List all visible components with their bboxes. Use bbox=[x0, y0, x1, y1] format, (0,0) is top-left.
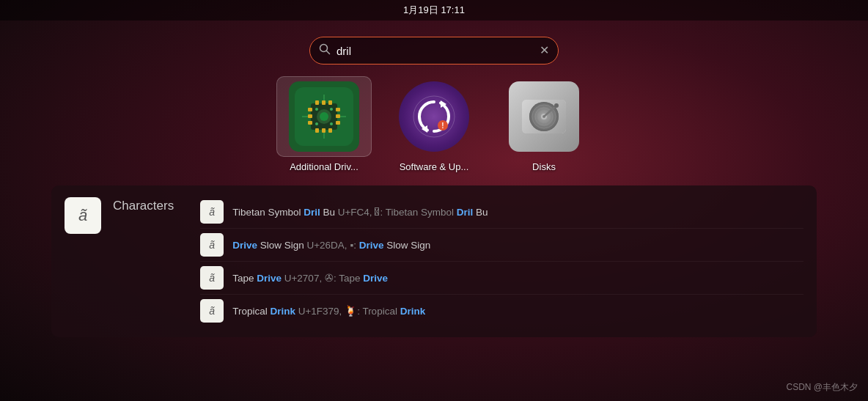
char-result-text-tropical-drink: Tropical Drink U+1F379, 🍹: Tropical Drin… bbox=[232, 305, 425, 317]
app-label-software-updates: Software & Up... bbox=[400, 161, 469, 172]
datetime-label: 1月19日 17:11 bbox=[403, 4, 465, 17]
svg-rect-13 bbox=[328, 128, 332, 133]
app-label-additional-drivers: Additional Driv... bbox=[290, 161, 358, 172]
app-item-disks[interactable]: Disks bbox=[496, 76, 592, 172]
char-preview-tape-drive: ã bbox=[200, 266, 224, 290]
software-updates-icon: ! bbox=[399, 81, 469, 152]
char-result-row-tape-drive[interactable]: ã Tape Drive U+2707, ✇: Tape Drive bbox=[200, 262, 803, 295]
disks-icon bbox=[509, 81, 579, 152]
app-item-additional-drivers[interactable]: Additional Driv... bbox=[276, 76, 372, 172]
char-result-row-drive-slow[interactable]: ã Drive Slow Sign U+26DA, ▪: Drive Slow … bbox=[200, 229, 803, 262]
watermark: CSDN @丰色木夕 bbox=[786, 381, 858, 394]
svg-rect-19 bbox=[336, 121, 340, 125]
characters-header: ã Characters ã Tibetan Symbol Dril Bu U+… bbox=[65, 196, 803, 327]
top-bar: 1月19日 17:11 bbox=[0, 0, 868, 21]
search-icon bbox=[319, 43, 331, 58]
char-preview-tropical-drink: ã bbox=[200, 299, 224, 323]
char-result-text-tape-drive: Tape Drive U+2707, ✇: Tape Drive bbox=[232, 272, 388, 284]
svg-rect-12 bbox=[322, 128, 326, 133]
svg-line-1 bbox=[327, 51, 330, 54]
svg-rect-8 bbox=[315, 100, 319, 105]
svg-rect-18 bbox=[336, 114, 340, 118]
svg-rect-14 bbox=[308, 108, 312, 111]
char-result-text-tibetan: Tibetan Symbol Dril Bu U+FC4, 〿: Tibetan… bbox=[232, 207, 488, 218]
characters-app-icon: ã bbox=[65, 197, 101, 234]
app-item-software-updates[interactable]: ! Software & Up... bbox=[386, 76, 482, 172]
svg-text:!: ! bbox=[441, 122, 444, 130]
characters-section: ã Characters ã Tibetan Symbol Dril Bu U+… bbox=[51, 185, 817, 337]
search-box: ✕ bbox=[309, 37, 559, 65]
app-icon-wrapper-software-updates: ! bbox=[386, 76, 482, 157]
char-result-row-tropical-drink[interactable]: ã Tropical Drink U+1F379, 🍹: Tropical Dr… bbox=[200, 295, 803, 327]
app-icon-wrapper-additional-drivers bbox=[276, 76, 372, 157]
char-result-text-drive-slow: Drive Slow Sign U+26DA, ▪: Drive Slow Si… bbox=[232, 240, 430, 251]
svg-point-23 bbox=[330, 108, 333, 111]
svg-rect-16 bbox=[308, 121, 312, 125]
svg-rect-9 bbox=[322, 100, 326, 105]
svg-point-24 bbox=[315, 122, 318, 125]
search-clear-icon[interactable]: ✕ bbox=[540, 45, 549, 56]
char-preview-tibetan: ã bbox=[200, 200, 224, 224]
app-label-disks: Disks bbox=[532, 161, 556, 172]
svg-rect-17 bbox=[336, 108, 340, 111]
search-input[interactable] bbox=[336, 45, 534, 57]
svg-rect-10 bbox=[328, 100, 332, 105]
characters-results-list: ã Tibetan Symbol Dril Bu U+FC4, 〿: Tibet… bbox=[200, 196, 803, 327]
svg-point-41 bbox=[554, 103, 559, 108]
svg-point-25 bbox=[330, 122, 333, 125]
characters-category-label: Characters bbox=[113, 199, 174, 213]
svg-point-21 bbox=[320, 112, 328, 121]
char-preview-drive-slow: ã bbox=[200, 233, 224, 257]
char-result-row-tibetan[interactable]: ã Tibetan Symbol Dril Bu U+FC4, 〿: Tibet… bbox=[200, 196, 803, 229]
additional-drivers-icon bbox=[289, 81, 359, 152]
app-icon-wrapper-disks bbox=[496, 76, 592, 157]
svg-rect-15 bbox=[308, 114, 312, 118]
svg-rect-11 bbox=[315, 128, 319, 133]
svg-point-22 bbox=[315, 108, 318, 111]
search-container: ✕ bbox=[0, 37, 868, 65]
apps-grid: Additional Driv... ! Sof bbox=[0, 76, 868, 172]
characters-icon-letter: ã bbox=[78, 206, 87, 225]
